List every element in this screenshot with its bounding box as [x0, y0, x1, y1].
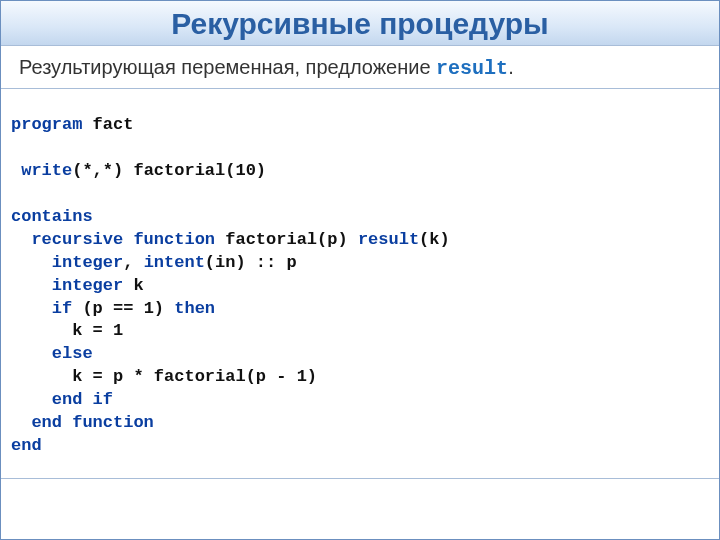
code-text: k = 1 [72, 321, 123, 340]
code-lead [11, 390, 52, 409]
code-lead [11, 344, 52, 363]
code-kw: intent [144, 253, 205, 272]
code-kw: end if [52, 390, 113, 409]
code-kw: end function [31, 413, 153, 432]
code-kw: else [52, 344, 93, 363]
slide: Рекурсивные процедуры Результирующая пер… [0, 0, 720, 540]
code-kw: integer [52, 276, 123, 295]
slide-header: Рекурсивные процедуры [1, 1, 719, 46]
code-lead [11, 321, 72, 340]
code-text: (p == 1) [72, 299, 174, 318]
slide-title: Рекурсивные процедуры [1, 7, 719, 41]
code-lead [11, 253, 52, 272]
code-lead [11, 299, 52, 318]
code-kw: contains [11, 207, 93, 226]
code-lead [11, 367, 72, 386]
subtitle-text: Результирующая переменная, предложение [19, 56, 436, 78]
code-text: k = p * factorial(p - 1) [72, 367, 317, 386]
slide-subtitle: Результирующая переменная, предложение r… [1, 46, 719, 89]
code-kw: program [11, 115, 82, 134]
code-block: program fact write(*,*) factorial(10) co… [1, 106, 719, 466]
subtitle-keyword: result [436, 57, 508, 80]
code-kw: result [358, 230, 419, 249]
code-kw: integer [52, 253, 123, 272]
code-text: (in) :: p [205, 253, 297, 272]
bottom-bar [1, 478, 719, 539]
code-kw: end [11, 436, 42, 455]
code-kw: if [52, 299, 72, 318]
code-text: factorial(p) [215, 230, 358, 249]
code-lead [11, 230, 31, 249]
code-lead [11, 276, 52, 295]
code-kw: write [21, 161, 72, 180]
code-kw: recursive function [31, 230, 215, 249]
code-text: fact [82, 115, 133, 134]
code-lead [11, 161, 21, 180]
code-kw: then [174, 299, 215, 318]
code-text: k [123, 276, 143, 295]
code-lead [11, 413, 31, 432]
code-text: , [123, 253, 143, 272]
code-text: (*,*) factorial(10) [72, 161, 266, 180]
subtitle-suffix: . [508, 56, 514, 78]
code-text: (k) [419, 230, 450, 249]
